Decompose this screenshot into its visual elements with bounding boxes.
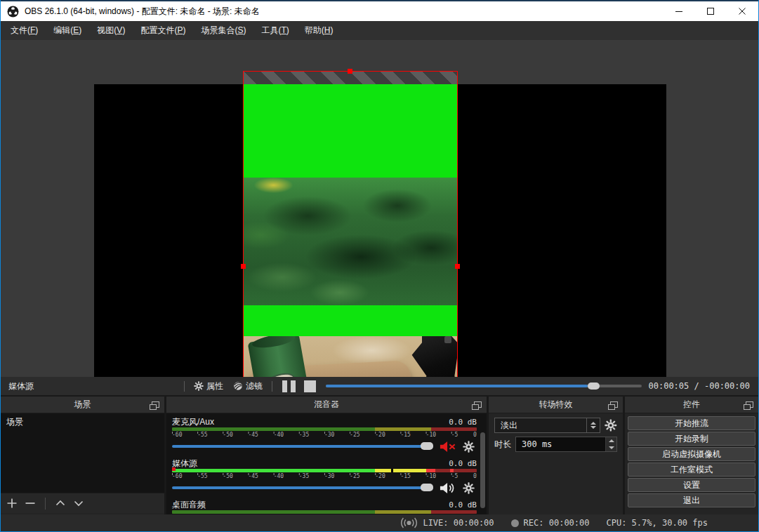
menu-profile[interactable]: 配置文件(P) xyxy=(133,22,193,39)
tick-label: -20 xyxy=(375,473,385,480)
toolbar-separator xyxy=(184,381,185,392)
volume-meter xyxy=(172,469,477,472)
gear-icon[interactable] xyxy=(463,482,475,494)
seek-handle[interactable] xyxy=(588,383,600,390)
channel-level: 0.0 dB xyxy=(449,418,477,427)
transition-select[interactable]: 淡出 xyxy=(494,418,587,433)
gear-icon[interactable] xyxy=(605,419,617,432)
tick-label: -45 xyxy=(248,473,258,480)
controls-header[interactable]: 控件 xyxy=(625,397,758,413)
scene-list-item[interactable]: 场景 xyxy=(1,413,164,431)
pause-button[interactable] xyxy=(277,380,301,392)
combo-arrows-icon[interactable] xyxy=(587,418,601,433)
live-icon xyxy=(400,517,418,528)
selected-source-label: 媒体源 xyxy=(1,380,180,392)
close-icon xyxy=(738,7,746,15)
minimize-icon xyxy=(675,7,683,15)
menu-tools[interactable]: 工具(T) xyxy=(253,22,296,39)
remove-scene-button[interactable] xyxy=(25,498,36,509)
channel-name: 媒体源 xyxy=(172,458,197,470)
mixer-channel-desktop: 桌面音频 0.0 dB -60-55-50-45-40-35-30-25-20-… xyxy=(166,496,487,514)
tick-label: -50 xyxy=(223,432,232,439)
cpu-fps-stats: CPU: 5.7%, 30.00 fps xyxy=(607,518,708,528)
preview-workspace xyxy=(1,40,758,377)
dock-icon[interactable] xyxy=(746,401,753,408)
tick-label: -15 xyxy=(400,473,410,480)
rec-icon xyxy=(511,519,519,527)
rec-time: REC: 00:00:00 xyxy=(524,518,590,528)
live-time: LIVE: 00:00:00 xyxy=(423,518,494,528)
filters-button[interactable]: 滤镜 xyxy=(228,378,268,394)
tick-label: -25 xyxy=(350,473,359,480)
move-scene-up-button[interactable] xyxy=(55,498,66,509)
properties-button[interactable]: 属性 xyxy=(189,378,228,394)
mixer-scrollbar[interactable] xyxy=(480,432,485,508)
volume-handle[interactable] xyxy=(421,442,433,450)
stop-button[interactable] xyxy=(304,380,316,392)
start-streaming-button[interactable]: 开始推流 xyxy=(628,416,755,430)
volume-handle[interactable] xyxy=(421,484,433,491)
volume-slider[interactable] xyxy=(172,445,433,448)
tick-label: -30 xyxy=(324,432,334,439)
mute-icon[interactable] xyxy=(440,441,456,453)
volume-meter xyxy=(172,427,477,431)
gear-icon[interactable] xyxy=(463,441,475,453)
close-button[interactable] xyxy=(726,1,758,21)
pause-icon xyxy=(291,380,296,392)
resize-handle-top[interactable] xyxy=(348,69,352,74)
dock-icon[interactable] xyxy=(152,401,159,408)
duration-spinbox[interactable]: 300 ms xyxy=(515,437,617,452)
duration-label: 时长 xyxy=(494,439,515,451)
resize-handle-right[interactable] xyxy=(455,264,460,269)
filters-icon xyxy=(233,381,243,391)
tick-label: -35 xyxy=(299,473,309,480)
minimize-button[interactable] xyxy=(663,1,694,21)
scene-list: 场景 xyxy=(1,413,164,493)
resize-handle-left[interactable] xyxy=(241,264,246,269)
volume-slider[interactable] xyxy=(172,486,433,489)
source-selection-box[interactable] xyxy=(243,71,458,377)
seek-fill xyxy=(326,385,588,387)
scenes-dock: 场景 场景 xyxy=(1,397,164,514)
speaker-icon[interactable] xyxy=(440,482,456,494)
start-recording-button[interactable]: 开始录制 xyxy=(628,432,755,446)
volume-meter xyxy=(172,510,477,514)
move-scene-down-button[interactable] xyxy=(73,498,84,509)
add-scene-button[interactable] xyxy=(6,498,18,509)
transitions-header[interactable]: 转场特效 xyxy=(489,397,623,413)
dock-icon[interactable] xyxy=(474,401,482,408)
tick-label: -10 xyxy=(426,432,436,439)
exit-button[interactable]: 退出 xyxy=(628,493,755,507)
title-bar[interactable]: OBS 26.1.0 (64-bit, windows) - 配置文件: 未命名… xyxy=(0,1,759,21)
scenes-header[interactable]: 场景 xyxy=(1,397,164,413)
settings-button[interactable]: 设置 xyxy=(628,478,755,492)
start-virtual-camera-button[interactable]: 启动虚拟摄像机 xyxy=(628,447,755,461)
duration-value: 300 ms xyxy=(516,439,605,449)
media-seek-slider[interactable] xyxy=(326,385,642,387)
tick-label: -50 xyxy=(223,473,232,480)
tick-label: -15 xyxy=(400,432,410,439)
menu-bar: 文件(F) 编辑(E) 视图(V) 配置文件(P) 场景集合(S) 工具(T) … xyxy=(0,21,759,40)
tick-label: -5 xyxy=(451,432,458,439)
spinner-arrows-icon[interactable] xyxy=(605,437,616,451)
maximize-button[interactable] xyxy=(694,1,726,21)
tick-label: -55 xyxy=(197,473,207,480)
tick-label: -45 xyxy=(248,432,258,439)
pause-icon xyxy=(282,380,287,392)
mixer-channel-media: 媒体源 0.0 dB -60-55-50-45-40-35-30-25-20-1… xyxy=(166,455,487,496)
window-title: OBS 26.1.0 (64-bit, windows) - 配置文件: 未命名… xyxy=(25,6,260,18)
toolbar-separator xyxy=(45,498,46,510)
channel-name: 桌面音频 xyxy=(172,499,206,511)
studio-mode-button[interactable]: 工作室模式 xyxy=(628,463,755,477)
channel-level: 0.0 dB xyxy=(449,500,477,510)
toolbar-separator xyxy=(272,381,272,392)
menu-file[interactable]: 文件(F) xyxy=(3,22,46,39)
mixer-header[interactable]: 混音器 xyxy=(166,397,487,413)
menu-scene-collection[interactable]: 场景集合(S) xyxy=(193,22,253,39)
transitions-dock: 转场特效 淡出 时长 300 ms xyxy=(489,397,623,514)
menu-help[interactable]: 帮助(H) xyxy=(297,22,341,39)
dock-icon[interactable] xyxy=(610,401,618,408)
menu-view[interactable]: 视图(V) xyxy=(89,22,133,39)
menu-edit[interactable]: 编辑(E) xyxy=(46,22,89,39)
audio-mixer-dock: 混音器 麦克风/Aux 0.0 dB -60-55-50-45-40-35-30… xyxy=(166,397,487,514)
